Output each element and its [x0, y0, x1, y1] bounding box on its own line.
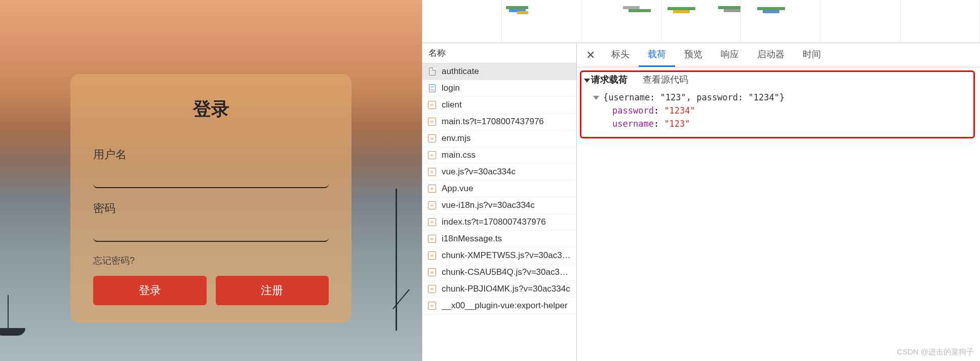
request-name: login [442, 83, 460, 93]
request-detail-panel: ✕ 标头 载荷 预览 响应 启动器 时间 请求载荷 查看源代码 [577, 43, 980, 361]
network-request-row[interactable]: ‹›__x00__plugin-vue:export-helper [422, 298, 576, 314]
register-button[interactable]: 注册 [216, 276, 329, 305]
login-button[interactable]: 登录 [93, 276, 207, 305]
payload-content: 请求载荷 查看源代码 {username: "123", password: "… [577, 67, 980, 361]
username-label: 用户名 [93, 147, 329, 162]
network-column-header[interactable]: 名称 [422, 43, 576, 63]
payload-json-tree: {username: "123", password: "1234"} pass… [583, 91, 974, 130]
script-file-icon: ‹› [427, 301, 437, 310]
request-name: vue-i18n.js?v=30ac334c [442, 200, 535, 210]
tab-payload[interactable]: 载荷 [639, 43, 675, 67]
request-name: main.ts?t=1708007437976 [442, 117, 544, 127]
json-property-row[interactable]: username: "123" [593, 117, 974, 130]
tab-initiator[interactable]: 启动器 [748, 43, 794, 67]
json-key: username [612, 119, 654, 129]
script-file-icon: ‹› [427, 268, 437, 277]
close-icon[interactable]: ✕ [579, 45, 602, 66]
script-file-icon: ‹› [427, 117, 437, 126]
json-value: "1234" [664, 105, 695, 116]
json-summary-row[interactable]: {username: "123", password: "1234"} [593, 91, 974, 104]
script-file-icon: ‹› [427, 284, 437, 294]
script-file-icon: ‹› [427, 234, 437, 243]
login-page: 登录 用户名 密码 忘记密码? 登录 注册 [0, 0, 422, 361]
network-request-row[interactable]: ‹›chunk-XMPETW5S.js?v=30ac33... [422, 247, 576, 264]
request-name: App.vue [442, 184, 473, 194]
tab-timing[interactable]: 时间 [794, 43, 830, 67]
network-request-row[interactable]: ‹›vue-i18n.js?v=30ac334c [422, 197, 576, 214]
network-request-row[interactable]: ‹›App.vue [422, 181, 576, 197]
forgot-password-link[interactable]: 忘记密码? [93, 255, 135, 267]
button-row: 登录 注册 [93, 276, 329, 305]
network-request-row[interactable]: ‹›vue.js?v=30ac334c [422, 164, 576, 181]
script-file-icon: ‹› [427, 134, 437, 143]
script-file-icon: ‹› [427, 218, 437, 227]
username-input[interactable] [93, 166, 329, 188]
network-request-row[interactable]: ‹›main.ts?t=1708007437976 [422, 114, 576, 130]
network-request-row[interactable]: ‹›env.mjs [422, 130, 576, 147]
json-property-row[interactable]: password: "1234" [593, 104, 974, 117]
caret-down-icon [584, 79, 590, 83]
network-request-row[interactable]: ‹›index.ts?t=1708007437976 [422, 214, 576, 231]
request-name: main.css [442, 150, 476, 160]
script-file-icon: ‹› [427, 167, 437, 176]
decoration-mast [381, 189, 412, 331]
request-name: chunk-XMPETW5S.js?v=30ac33... [442, 250, 571, 261]
html-file-icon [427, 84, 437, 93]
script-file-icon: ‹› [427, 151, 437, 160]
login-title: 登录 [93, 97, 329, 122]
decoration-boat [0, 290, 30, 341]
login-card: 登录 用户名 密码 忘记密码? 登录 注册 [70, 74, 351, 323]
password-label: 密码 [93, 201, 329, 216]
network-waterfall[interactable] [422, 0, 980, 43]
request-name: i18nMessage.ts [442, 234, 502, 244]
script-file-icon: ‹› [427, 184, 437, 193]
network-request-row[interactable]: ‹›chunk-PBJIO4MK.js?v=30ac334c [422, 281, 576, 298]
json-key: password [612, 105, 654, 116]
script-file-icon: ‹› [427, 251, 437, 260]
network-request-row[interactable]: ‹›chunk-CSAU5B4Q.js?v=30ac334c [422, 264, 576, 281]
tab-preview[interactable]: 预览 [675, 43, 712, 67]
network-list[interactable]: authticatelogin‹›client‹›main.ts?t=17080… [422, 63, 576, 361]
request-name: env.mjs [442, 133, 471, 143]
network-list-panel: 名称 authticatelogin‹›client‹›main.ts?t=17… [422, 43, 577, 361]
network-request-row[interactable]: ‹›main.css [422, 147, 576, 164]
devtools-panel: 名称 authticatelogin‹›client‹›main.ts?t=17… [422, 0, 980, 361]
network-request-row[interactable]: login [422, 80, 576, 97]
request-name: client [442, 100, 462, 110]
view-source-link[interactable]: 查看源代码 [643, 74, 688, 86]
caret-down-icon [593, 96, 599, 100]
tab-headers[interactable]: 标头 [602, 43, 639, 67]
detail-tabs: ✕ 标头 载荷 预览 响应 启动器 时间 [577, 43, 980, 67]
request-name: vue.js?v=30ac334c [442, 167, 516, 177]
network-request-row[interactable]: authticate [422, 63, 576, 80]
payload-section-title[interactable]: 请求载荷 [584, 74, 628, 86]
tab-response[interactable]: 响应 [712, 43, 748, 67]
document-icon [427, 67, 437, 76]
network-request-row[interactable]: ‹›client [422, 97, 576, 114]
json-value: "123" [664, 119, 690, 129]
watermark-text: CSDN @进击的菜狗子 [897, 347, 974, 357]
network-request-row[interactable]: ‹›i18nMessage.ts [422, 231, 576, 247]
script-file-icon: ‹› [427, 100, 437, 110]
password-input[interactable] [93, 220, 329, 242]
request-name: chunk-CSAU5B4Q.js?v=30ac334c [442, 267, 571, 277]
script-file-icon: ‹› [427, 201, 437, 210]
request-name: authticate [442, 66, 479, 77]
request-name: index.ts?t=1708007437976 [442, 217, 546, 227]
request-name: chunk-PBJIO4MK.js?v=30ac334c [442, 284, 570, 294]
request-name: __x00__plugin-vue:export-helper [442, 301, 568, 311]
